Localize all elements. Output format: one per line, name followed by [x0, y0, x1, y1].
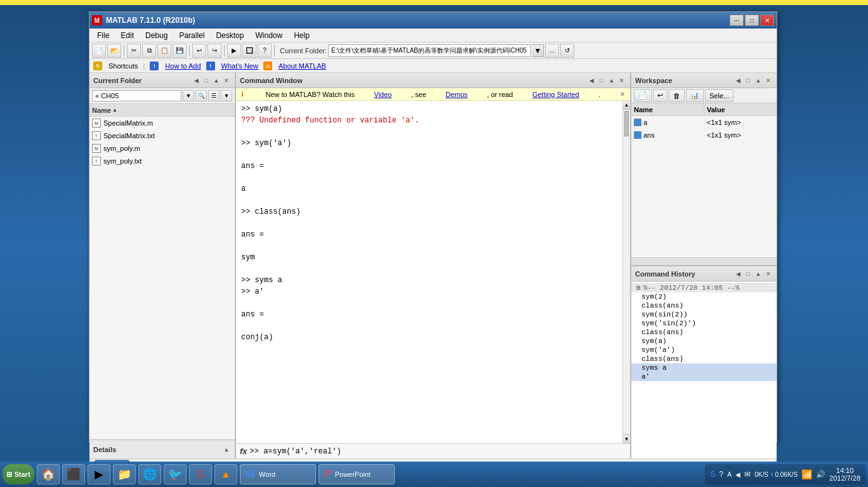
ws-toolbar-btn-3[interactable]: 🗑	[669, 89, 685, 102]
panel-max-button[interactable]: ▲	[212, 76, 221, 85]
close-button[interactable]: ✕	[760, 15, 774, 26]
cmd-scroll-thumb[interactable]	[624, 111, 629, 136]
cmd-info-close[interactable]: ✕	[620, 91, 625, 98]
tray-arrow-icon[interactable]: ◀	[735, 471, 740, 478]
hist-close-button[interactable]: ✕	[764, 269, 773, 278]
tray-sogou-icon[interactable]: S	[710, 470, 715, 479]
cmd-video-link[interactable]: Video	[374, 91, 392, 98]
taskbar-btn-1[interactable]: 🏠	[37, 464, 60, 484]
ws-toolbar-btn-2[interactable]: ↩	[653, 89, 667, 102]
tray-signal-icon[interactable]: 📶	[801, 469, 812, 479]
file-item-sym-poly-txt[interactable]: T sym_poly.txt	[89, 155, 235, 167]
cmd-getting-started-link[interactable]: Getting Started	[532, 91, 579, 98]
history-item-1[interactable]: sym(2)	[631, 292, 777, 301]
history-item-10[interactable]: a'	[631, 372, 777, 381]
taskbar-start-button[interactable]: ⊞ Start	[3, 464, 34, 484]
folder-search-button[interactable]: 🔍	[195, 90, 207, 101]
taskbar-btn-8[interactable]: ▲	[214, 464, 237, 484]
ws-close-button[interactable]: ✕	[764, 76, 773, 85]
tray-mail-icon[interactable]: ✉	[744, 470, 751, 479]
folder-options-button[interactable]: ▼	[221, 90, 232, 101]
copy-button[interactable]: ⧉	[142, 44, 156, 58]
file-col-name-header: Name ▲	[92, 107, 232, 114]
taskbar-btn-2[interactable]: ⬛	[62, 464, 85, 484]
run-button[interactable]: ▶	[227, 44, 241, 58]
ws-toolbar-btn-1[interactable]: 📄	[634, 89, 652, 102]
history-item-3[interactable]: sym(sin(2))	[631, 310, 777, 319]
history-item-6[interactable]: sym(a)	[631, 337, 777, 346]
details-expand-button[interactable]: ▲	[222, 445, 231, 454]
history-item-9[interactable]: syms a	[631, 363, 777, 372]
open-file-button[interactable]: 📂	[107, 44, 121, 58]
about-matlab-link[interactable]: About MATLAB	[279, 62, 326, 70]
menu-help[interactable]: Help	[289, 30, 315, 41]
taskbar-btn-7[interactable]: S	[189, 464, 212, 484]
tray-help-icon[interactable]: ?	[719, 470, 723, 479]
history-item-2[interactable]: class(ans)	[631, 301, 777, 310]
menu-file[interactable]: File	[92, 30, 114, 41]
history-item-4[interactable]: sym('sin(2)')	[631, 319, 777, 328]
paste-button[interactable]: 📋	[157, 44, 171, 58]
refresh-button[interactable]: ↺	[560, 44, 574, 58]
cmd-scroll-up[interactable]: ▲	[623, 101, 630, 110]
browse-button[interactable]: …	[545, 44, 559, 58]
tray-time: 14:10 2012/7/28	[829, 467, 860, 482]
ws-pin-button[interactable]: ◀	[733, 76, 742, 85]
history-item-5[interactable]: class(ans)	[631, 328, 777, 337]
minimize-button[interactable]: ─	[730, 15, 744, 26]
tray-volume-icon[interactable]: 🔊	[816, 470, 825, 479]
history-item-8[interactable]: class(ans)	[631, 354, 777, 363]
menu-window[interactable]: Window	[250, 30, 287, 41]
history-item-7[interactable]: sym('a')	[631, 346, 777, 354]
tray-lang-icon[interactable]: A	[727, 471, 732, 478]
hist-max-button[interactable]: ▲	[754, 269, 763, 278]
simulink-button[interactable]: 🔲	[242, 44, 256, 58]
panel-undock-button[interactable]: □	[202, 76, 211, 85]
folder-dropdown-button[interactable]: ▼	[532, 44, 544, 57]
file-item-sym-poly-m[interactable]: M sym_poly.m	[89, 142, 235, 155]
cmd-close-btn[interactable]: ✕	[617, 76, 626, 85]
menu-desktop[interactable]: Desktop	[211, 30, 249, 41]
panel-close-button[interactable]: ✕	[222, 76, 231, 85]
whats-new-link[interactable]: What's New	[221, 62, 258, 70]
ws-select-button[interactable]: Sele...	[705, 89, 733, 102]
cmd-demos-link[interactable]: Demos	[445, 91, 468, 98]
ws-toolbar-btn-4[interactable]: 📊	[686, 89, 704, 102]
cmd-input-text[interactable]: >> a=sym('a','real')	[250, 447, 341, 456]
ws-undock-button[interactable]: □	[744, 76, 753, 85]
cmd-scroll-down[interactable]: ▼	[623, 434, 630, 443]
folder-path-input[interactable]: E:\文件\文档草稿\基于MATLAB的高等数学问题求解\实例源代码\CH05	[328, 44, 531, 57]
redo-button[interactable]: ↪	[207, 44, 221, 58]
taskbar-btn-6[interactable]: 🐦	[164, 464, 187, 484]
taskbar-btn-3[interactable]: ▶	[88, 464, 110, 484]
ws-row-a[interactable]: a <1x1 sym>	[631, 116, 777, 129]
ws-max-button[interactable]: ▲	[754, 76, 763, 85]
how-to-add-link[interactable]: How to Add	[165, 62, 201, 70]
new-file-button[interactable]: 📄	[92, 44, 106, 58]
maximize-button[interactable]: □	[745, 15, 759, 26]
cut-button[interactable]: ✂	[127, 44, 141, 58]
menu-parallel[interactable]: Parallel	[174, 30, 209, 41]
menu-edit[interactable]: Edit	[115, 30, 139, 41]
ws-hscroll-bar[interactable]	[631, 259, 777, 265]
undo-button[interactable]: ↩	[192, 44, 206, 58]
file-item-specialmatrix-txt[interactable]: T SpecialMatrix.txt	[89, 129, 235, 142]
ws-row-ans[interactable]: ans <1x1 sym>	[631, 129, 777, 141]
folder-dropdown-nav[interactable]: ▼	[183, 90, 194, 101]
taskbar-btn-5[interactable]: 🌐	[138, 464, 161, 484]
panel-pin-button[interactable]: ◀	[192, 76, 201, 85]
menu-debug[interactable]: Debug	[140, 30, 173, 41]
cmd-pin-button[interactable]: ◀	[587, 76, 596, 85]
hist-pin-button[interactable]: ◀	[733, 269, 742, 278]
save-button[interactable]: 💾	[173, 44, 187, 58]
taskbar-app-ppt[interactable]: P PowerPoint	[319, 464, 395, 484]
hist-undock-button[interactable]: □	[744, 269, 753, 278]
folder-actions-button[interactable]: ☰	[208, 90, 220, 101]
cmd-undock-button[interactable]: □	[597, 76, 606, 85]
cmd-content[interactable]: >> sym(a) ??? Undefined function or vari…	[236, 101, 622, 443]
help-button[interactable]: ?	[258, 44, 272, 58]
file-item-specialmatrix-m[interactable]: M SpecialMatrix.m	[89, 117, 235, 129]
taskbar-app-word[interactable]: W Word	[240, 464, 316, 484]
cmd-max-button[interactable]: ▲	[607, 76, 616, 85]
taskbar-btn-4[interactable]: 📁	[113, 464, 136, 484]
